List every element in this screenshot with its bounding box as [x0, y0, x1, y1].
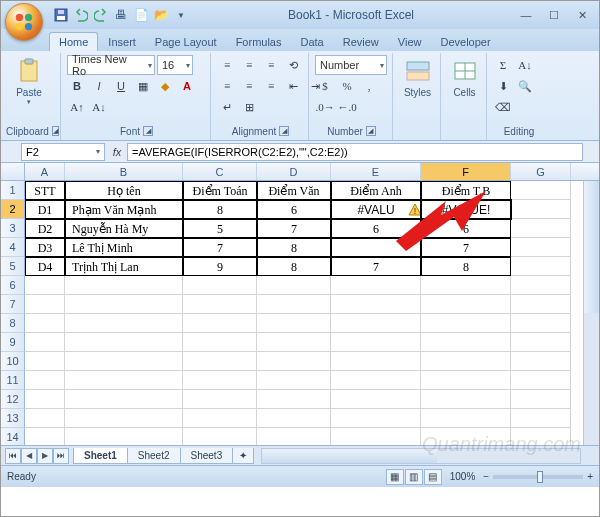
shrink-font-button[interactable]: A↓	[89, 97, 109, 117]
tab-formulas[interactable]: Formulas	[227, 33, 291, 51]
cell[interactable]: Điểm Toán	[183, 181, 257, 200]
row-header-5[interactable]: 5	[1, 257, 25, 276]
cell[interactable]: Họ tên	[65, 181, 183, 200]
sheet-tab-1[interactable]: Sheet1	[73, 448, 128, 464]
cell[interactable]: STT	[25, 181, 65, 200]
decrease-decimal-button[interactable]: ←.0	[337, 97, 357, 117]
paste-button[interactable]: Paste▾	[9, 55, 49, 108]
qat-new-icon[interactable]: 📄	[133, 7, 149, 23]
wrap-text-button[interactable]: ↵	[217, 97, 237, 117]
maximize-button[interactable]: ☐	[541, 6, 567, 24]
cell[interactable]: Điểm Văn	[257, 181, 331, 200]
cell[interactable]: Điểm Anh	[331, 181, 421, 200]
cell[interactable]: 8	[257, 238, 331, 257]
tab-developer[interactable]: Developer	[431, 33, 499, 51]
cell[interactable]	[331, 238, 421, 257]
col-header-a[interactable]: A	[25, 163, 65, 180]
col-header-f[interactable]: F	[421, 163, 511, 180]
cell[interactable]	[511, 181, 571, 200]
fill-color-button[interactable]: ◆	[155, 76, 175, 96]
redo-icon[interactable]	[93, 7, 109, 23]
col-header-b[interactable]: B	[65, 163, 183, 180]
tab-insert[interactable]: Insert	[99, 33, 145, 51]
zoom-slider[interactable]	[493, 475, 583, 479]
cell[interactable]: 8	[421, 257, 511, 276]
align-middle-button[interactable]: ≡	[239, 55, 259, 75]
cell[interactable]: 7	[257, 219, 331, 238]
tab-nav-first-icon[interactable]: ⏮	[5, 448, 21, 464]
orientation-button[interactable]: ⟲	[283, 55, 303, 75]
tab-review[interactable]: Review	[334, 33, 388, 51]
cell[interactable]: Điểm T.B	[421, 181, 511, 200]
tab-view[interactable]: View	[389, 33, 431, 51]
zoom-in-button[interactable]: +	[587, 471, 593, 482]
undo-icon[interactable]	[73, 7, 89, 23]
horizontal-scrollbar[interactable]	[261, 448, 581, 464]
error-indicator-icon[interactable]: !	[408, 203, 421, 219]
office-button[interactable]	[5, 3, 43, 41]
page-layout-view-button[interactable]: ▥	[405, 469, 423, 485]
merge-button[interactable]: ⊞	[239, 97, 259, 117]
bold-button[interactable]: B	[67, 76, 87, 96]
page-break-view-button[interactable]: ▤	[424, 469, 442, 485]
comma-button[interactable]: ,	[359, 76, 379, 96]
cell[interactable]: D1	[25, 200, 65, 219]
sheet-tab-2[interactable]: Sheet2	[127, 448, 181, 464]
row-header-4[interactable]: 4	[1, 238, 25, 257]
normal-view-button[interactable]: ▦	[386, 469, 404, 485]
qat-open-icon[interactable]: 📂	[153, 7, 169, 23]
cell[interactable]: 7	[331, 257, 421, 276]
cell[interactable]	[511, 219, 571, 238]
sort-button[interactable]: A↓	[515, 55, 535, 75]
cell[interactable]: 6	[421, 219, 511, 238]
tab-data[interactable]: Data	[291, 33, 332, 51]
clipboard-launcher-icon[interactable]: ◢	[52, 126, 59, 136]
qat-dropdown-icon[interactable]: ▼	[173, 7, 189, 23]
col-header-g[interactable]: G	[511, 163, 571, 180]
cell[interactable]: 5	[183, 219, 257, 238]
row-header-2[interactable]: 2	[1, 200, 25, 219]
align-left-button[interactable]: ≡	[217, 76, 237, 96]
col-header-c[interactable]: C	[183, 163, 257, 180]
zoom-out-button[interactable]: −	[483, 471, 489, 482]
align-right-button[interactable]: ≡	[261, 76, 281, 96]
minimize-button[interactable]: —	[513, 6, 539, 24]
row-header-3[interactable]: 3	[1, 219, 25, 238]
cell[interactable]: 8	[257, 257, 331, 276]
tab-home[interactable]: Home	[49, 32, 98, 51]
cell[interactable]	[511, 257, 571, 276]
currency-button[interactable]: $	[315, 76, 335, 96]
italic-button[interactable]: I	[89, 76, 109, 96]
cell[interactable]: 9	[183, 257, 257, 276]
number-format-combo[interactable]: Number▾	[315, 55, 387, 75]
autosum-button[interactable]: Σ	[493, 55, 513, 75]
font-color-button[interactable]: A	[177, 76, 197, 96]
name-box[interactable]: F2▾	[21, 143, 105, 161]
row-header-1[interactable]: 1	[1, 181, 25, 200]
clear-button[interactable]: ⌫	[493, 97, 513, 117]
cell[interactable]: #VALU!	[331, 200, 421, 219]
styles-button[interactable]: Styles	[399, 55, 436, 100]
fill-button[interactable]: ⬇	[493, 76, 513, 96]
cell[interactable]: Trịnh Thị Lan	[65, 257, 183, 276]
border-button[interactable]: ▦	[133, 76, 153, 96]
cell[interactable]: 6	[257, 200, 331, 219]
tab-nav-next-icon[interactable]: ▶	[37, 448, 53, 464]
cell[interactable]	[511, 200, 571, 219]
new-sheet-button[interactable]: ✦	[232, 448, 254, 464]
sheet-tab-3[interactable]: Sheet3	[180, 448, 234, 464]
cell[interactable]: 8	[183, 200, 257, 219]
align-center-button[interactable]: ≡	[239, 76, 259, 96]
align-top-button[interactable]: ≡	[217, 55, 237, 75]
select-all-corner[interactable]	[1, 163, 25, 180]
tab-nav-last-icon[interactable]: ⏭	[53, 448, 69, 464]
col-header-d[interactable]: D	[257, 163, 331, 180]
vertical-scrollbar[interactable]	[583, 181, 599, 445]
cell[interactable]: D2	[25, 219, 65, 238]
align-bottom-button[interactable]: ≡	[261, 55, 281, 75]
font-name-combo[interactable]: Times New Ro▾	[67, 55, 155, 75]
fx-button[interactable]: fx	[107, 146, 127, 158]
cells-button[interactable]: Cells	[447, 55, 482, 100]
align-launcher-icon[interactable]: ◢	[279, 126, 289, 136]
number-launcher-icon[interactable]: ◢	[366, 126, 376, 136]
